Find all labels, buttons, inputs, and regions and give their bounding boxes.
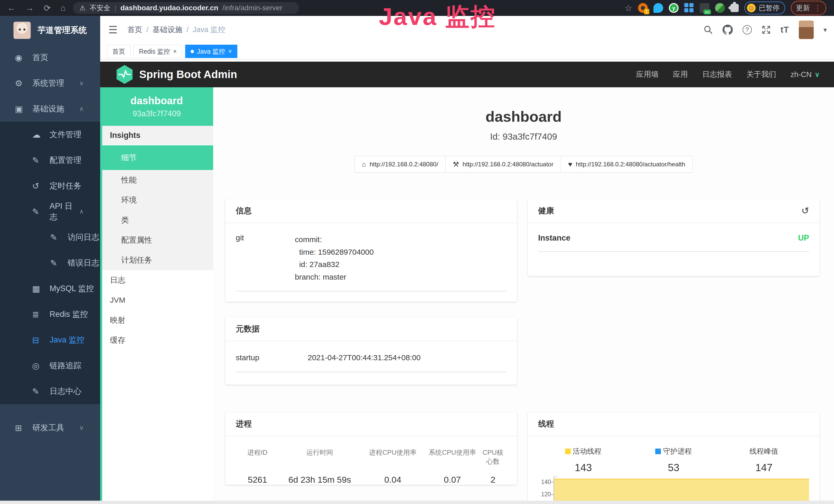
threads-card-body: 活动线程 143 守护进程 53 — [528, 436, 819, 504]
help-icon[interactable]: ? — [743, 25, 752, 35]
monitor-icon: ▣ — [15, 104, 29, 114]
breadcrumb-separator: / — [147, 26, 149, 34]
column-header: 进程CPU使用率 — [360, 448, 425, 466]
home-icon[interactable]: ⌂ — [61, 3, 66, 13]
nav-item-mappings[interactable]: 映射 — [100, 310, 213, 330]
page-instance-id: Id: 93a3fc7f7409 — [213, 132, 834, 142]
extension-leaf-icon[interactable] — [715, 3, 725, 13]
tab-java-monitor[interactable]: Java 监控 × — [185, 45, 237, 58]
cpu-core-count: 2 — [480, 475, 506, 485]
sidebar-item-api-logs[interactable]: ✎ API 日志 ∧ — [0, 199, 100, 224]
nav-item-details[interactable]: 细节 — [100, 145, 213, 170]
close-icon[interactable]: × — [228, 48, 232, 55]
sba-nav-wallboard[interactable]: 应用墙 — [636, 69, 659, 79]
nav-item-metrics[interactable]: 性能 — [100, 170, 213, 190]
reload-icon[interactable]: ⟳ — [44, 3, 51, 13]
forward-icon[interactable]: → — [25, 3, 34, 13]
sidebar-item-mysql-monitor[interactable]: ▦ MySQL 监控 — [0, 276, 100, 301]
bookmark-star-icon[interactable]: ☆ — [625, 3, 632, 13]
stat-label: 守护进程 — [663, 446, 692, 456]
sidebar-item-redis-monitor[interactable]: ≣ Redis 监控 — [0, 301, 100, 327]
nav-item-caches[interactable]: 缓存 — [100, 330, 213, 350]
sidebar-item-dev-tools[interactable]: ⊞ 研发工具 ∨ — [0, 415, 100, 441]
search-icon[interactable] — [704, 25, 713, 35]
health-url: http://192.168.0.2:48080/actuator/health — [576, 161, 685, 168]
instance-links: ⌂ http://192.168.0.2:48080/ ⚒ http://192… — [213, 156, 834, 173]
instance-header[interactable]: dashboard 93a3fc7f7409 — [100, 87, 213, 126]
close-icon[interactable]: × — [173, 48, 177, 55]
screen: ← → ⟳ ⌂ ⚠ 不安全 | dashboard.yudao.iocoder.… — [0, 0, 834, 504]
sidebar-item-access-logs[interactable]: ✎ 访问日志 — [0, 224, 100, 250]
breadcrumb-infrastructure[interactable]: 基础设施 — [153, 25, 182, 35]
font-size-icon[interactable]: tT — [781, 25, 789, 35]
extension-grid-icon[interactable] — [684, 3, 694, 13]
sidebar-item-tracing[interactable]: ◎ 链路追踪 — [0, 353, 100, 379]
metadata-card-title: 元数据 — [236, 323, 260, 334]
process-table-values: 5261 6d 23h 15m 59s 0.04 0.07 2 — [236, 475, 506, 485]
process-card-title: 进程 — [236, 418, 252, 429]
actuator-url-button[interactable]: ⚒ http://192.168.0.2:48080/actuator — [445, 156, 561, 173]
sidebar-item-infrastructure[interactable]: ▣ 基础设施 ∧ — [0, 96, 100, 122]
menu-dots-icon[interactable]: ⋮ — [814, 4, 821, 12]
warning-icon: ⚠ — [80, 4, 86, 12]
extension-orange-icon[interactable]: 1 — [638, 3, 648, 13]
nav-item-scheduled-tasks[interactable]: 计划任务 — [100, 250, 213, 270]
nav-item-logs[interactable]: 日志 — [100, 270, 213, 290]
metadata-value: 2021-04-27T00:44:31.254+08:00 — [308, 351, 421, 364]
extension-green-icon[interactable]: y — [669, 3, 679, 13]
tab-home[interactable]: 首页 — [107, 45, 130, 58]
sidebar-item-system-mgmt[interactable]: ⚙ 系统管理 ∨ — [0, 70, 100, 96]
instance-detail-page: dashboard Id: 93a3fc7f7409 ⌂ http://192.… — [213, 87, 834, 504]
info-row-git: git commit: time: 1596289704000 id: 27aa… — [236, 233, 506, 292]
process-card-body: 进程ID 运行时间 进程CPU使用率 系统CPU使用率 CPU核心数 5261 … — [225, 436, 517, 495]
update-button[interactable]: 更新 ⋮ — [791, 1, 826, 15]
nav-item-environment[interactable]: 环境 — [100, 190, 213, 210]
tab-redis-monitor[interactable]: Redis 监控 × — [134, 45, 182, 58]
service-url-button[interactable]: ⌂ http://192.168.0.2:48080/ — [354, 156, 446, 173]
extension-pin-icon[interactable] — [654, 3, 663, 13]
nav-item-jvm[interactable]: JVM — [100, 290, 213, 310]
history-icon[interactable]: ↺ — [802, 205, 809, 216]
process-uptime: 6d 23h 15m 59s — [279, 475, 360, 485]
chevron-up-icon: ∧ — [79, 208, 84, 215]
extensions-puzzle-icon[interactable] — [730, 4, 739, 12]
status-badge: UP — [798, 233, 809, 243]
sidebar-item-config-mgmt[interactable]: ✎ 配置管理 — [0, 147, 100, 173]
sba-nav-journal[interactable]: 日志报表 — [702, 69, 732, 79]
sidebar-item-java-monitor[interactable]: ⊟ Java 监控 — [0, 327, 100, 353]
caret-down-icon[interactable]: ▾ — [824, 26, 827, 34]
url-path: /infra/admin-server — [222, 4, 282, 12]
github-icon[interactable] — [723, 25, 733, 35]
info-value: commit: time: 1596289704000 id: 27aa832 … — [295, 233, 374, 283]
sidebar-item-scheduled-jobs[interactable]: ↺ 定时任务 — [0, 173, 100, 199]
sba-nav-about[interactable]: 关于我们 — [746, 69, 776, 79]
back-icon[interactable]: ← — [7, 3, 16, 13]
nav-item-config-props[interactable]: 配置属性 — [100, 230, 213, 250]
threads-card-header: 线程 — [528, 412, 819, 436]
health-url-button[interactable]: ♥ http://192.168.0.2:48080/actuator/heal… — [561, 156, 693, 173]
nav-item-classes[interactable]: 类 — [100, 210, 213, 230]
sidebar-item-error-logs[interactable]: ✎ 错误日志 — [0, 250, 100, 276]
sidebar-item-file-mgmt[interactable]: ☁ 文件管理 — [0, 122, 100, 147]
app-sidebar: 芋道管理系统 ◉ 首页 ⚙ 系统管理 ∨ ▣ 基础设施 ∧ ☁ 文件管理 ✎ 配… — [0, 16, 100, 504]
sba-logo[interactable]: Spring Boot Admin — [116, 65, 237, 84]
sba-language-select[interactable]: zh-CN ∨ — [791, 70, 820, 79]
sidebar-item-log-center[interactable]: ✎ 日志中心 — [0, 379, 100, 404]
hamburger-icon[interactable]: ☰ — [100, 24, 118, 36]
log-icon: ✎ — [50, 232, 64, 243]
sidebar-item-home[interactable]: ◉ 首页 — [0, 45, 100, 70]
paused-badge[interactable]: ☺ 已暂停 — [744, 2, 785, 15]
tab-label: Java 监控 — [197, 47, 225, 56]
extension-on-icon[interactable]: on — [700, 3, 709, 13]
browser-extensions-area: ☆ 1 y on ☺ 已暂停 更新 ⋮ — [625, 1, 834, 15]
thread-stats: 活动线程 143 守护进程 53 — [538, 446, 809, 474]
edit-icon: ✎ — [32, 155, 46, 165]
fullscreen-icon[interactable] — [762, 25, 771, 35]
breadcrumb-home[interactable]: 首页 — [127, 25, 142, 35]
user-avatar[interactable] — [799, 21, 814, 39]
sidebar-item-label: MySQL 监控 — [49, 283, 94, 294]
breadcrumb: 首页 / 基础设施 / Java 监控 — [127, 25, 225, 35]
app-logo-row[interactable]: 芋道管理系统 — [0, 16, 100, 45]
sba-nav-applications[interactable]: 应用 — [673, 69, 688, 79]
address-bar[interactable]: ⚠ 不安全 | dashboard.yudao.iocoder.cn /infr… — [73, 2, 299, 14]
